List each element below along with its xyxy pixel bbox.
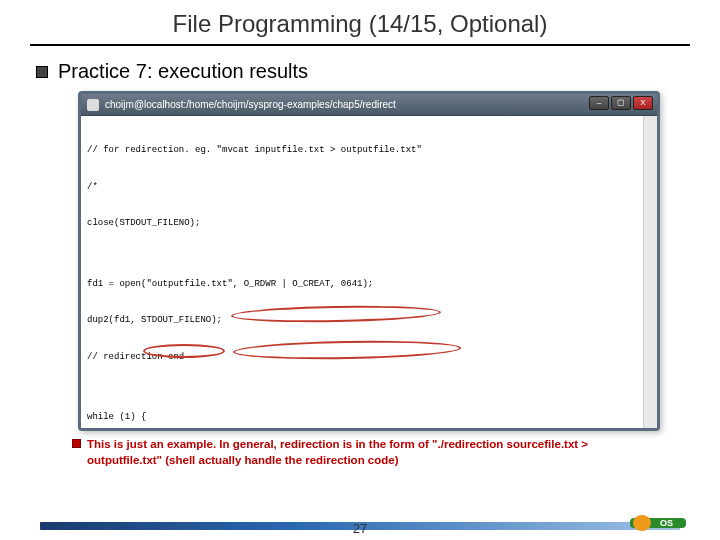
minimize-button[interactable]: – [589,96,609,110]
terminal-body[interactable]: // for redirection. eg. "mvcat inputfile… [81,116,657,428]
page-number: 27 [0,521,720,536]
footer-note-text: This is just an example. In general, red… [87,437,660,468]
window-titlebar: choijm@localhost:/home/choijm/sysprog-ex… [81,94,657,116]
terminal-window: choijm@localhost:/home/choijm/sysprog-ex… [78,91,660,431]
app-icon [87,99,99,111]
slide-title: File Programming (14/15, Optional) [0,0,720,44]
code-line: while (1) { [87,411,651,423]
terminal-scrollbar[interactable] [643,116,657,428]
square-bullet-small-icon [72,439,81,448]
window-title-text: choijm@localhost:/home/choijm/sysprog-ex… [105,99,396,110]
svg-point-1 [633,515,651,531]
code-line: // redirection end [87,351,651,363]
lab-logo-icon: OS [630,512,686,534]
main-bullet-row: Practice 7: execution results [36,60,684,83]
square-bullet-icon [36,66,48,78]
title-underline [30,44,690,46]
main-bullet-text: Practice 7: execution results [58,60,308,83]
window-controls: – ▢ X [589,96,653,110]
maximize-button[interactable]: ▢ [611,96,631,110]
code-line: fd1 = open("outputfile.txt", O_RDWR | O_… [87,278,651,290]
footer-note-row: This is just an example. In general, red… [72,437,660,468]
close-button[interactable]: X [633,96,653,110]
code-line: dup2(fd1, STDOUT_FILENO); [87,314,651,326]
svg-text:OS: OS [660,518,673,528]
code-line: // for redirection. eg. "mvcat inputfile… [87,144,651,156]
code-line: /* [87,181,651,193]
code-line: close(STDOUT_FILENO); [87,217,651,229]
